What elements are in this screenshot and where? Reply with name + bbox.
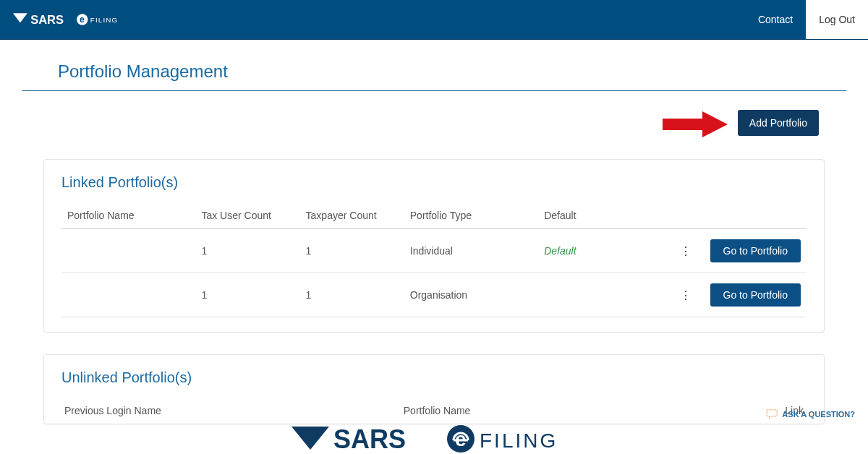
default-badge: Default — [544, 245, 576, 257]
col-prev-login: Previous Login Name — [64, 405, 161, 416]
cell-taxpayer-count: 1 — [300, 273, 404, 317]
ask-question-label: ASK A QUESTION? — [782, 410, 855, 419]
contact-link[interactable]: Contact — [745, 0, 806, 39]
unlinked-heading: Unlinked Portfolio(s) — [61, 369, 807, 386]
col-default: Default — [538, 202, 658, 229]
sars-wing-icon: SARS — [13, 12, 69, 27]
col-tax-user-count: Tax User Count — [195, 202, 299, 229]
logout-link[interactable]: Log Out — [806, 0, 868, 39]
col-portfolio-type: Portfolio Type — [404, 202, 538, 229]
top-bar: SARS e FILING Contact Log Out — [0, 0, 868, 40]
table-row: 1 1 Organisation Go to Portfolio — [61, 273, 807, 317]
page-title: Portfolio Management — [58, 61, 846, 82]
ask-question-link[interactable]: ASK A QUESTION? — [766, 409, 855, 419]
svg-text:FILING: FILING — [480, 429, 558, 452]
linked-table: Portfolio Name Tax User Count Taxpayer C… — [61, 202, 807, 317]
go-to-portfolio-button[interactable]: Go to Portfolio — [710, 239, 801, 262]
table-row: 1 1 Individual Default Go to Portfolio — [61, 229, 807, 273]
footer-brand: SARS e FILING — [292, 424, 576, 454]
svg-marker-6 — [702, 111, 728, 137]
cell-tax-user-count: 1 — [195, 229, 299, 273]
linked-heading: Linked Portfolio(s) — [61, 174, 807, 191]
top-right-nav: Contact Log Out — [745, 0, 868, 39]
efiling-footer-icon: e FILING — [446, 424, 576, 454]
svg-marker-0 — [13, 13, 27, 22]
attention-arrow — [663, 108, 728, 137]
svg-text:e: e — [455, 428, 467, 450]
chat-bubble-icon — [766, 409, 779, 419]
svg-text:SARS: SARS — [30, 13, 64, 26]
page-body: Portfolio Management Add Portfolio Linke… — [0, 40, 868, 454]
cell-type: Individual — [404, 229, 538, 273]
arrow-icon — [663, 110, 728, 139]
cell-taxpayer-count: 1 — [300, 229, 404, 273]
linked-portfolios-card: Linked Portfolio(s) Portfolio Name Tax U… — [43, 159, 825, 333]
more-menu-icon[interactable] — [674, 286, 697, 305]
brand-logo: SARS e FILING — [13, 12, 124, 27]
svg-rect-5 — [663, 119, 702, 130]
sars-footer-icon: SARS — [292, 424, 436, 454]
cell-name — [61, 273, 195, 317]
title-divider — [22, 90, 846, 91]
more-menu-icon[interactable] — [674, 241, 697, 261]
svg-marker-7 — [292, 427, 329, 450]
cell-tax-user-count: 1 — [195, 273, 299, 317]
col-portfolio-name: Portfolio Name — [404, 405, 471, 416]
add-portfolio-button[interactable]: Add Portfolio — [738, 110, 819, 136]
efiling-icon: e FILING — [76, 12, 124, 27]
unlinked-column-headers: Previous Login Name Portfolio Name Link — [61, 398, 807, 416]
svg-text:e: e — [80, 14, 85, 25]
col-taxpayer-count: Taxpayer Count — [300, 202, 404, 229]
svg-text:FILING: FILING — [90, 16, 118, 24]
go-to-portfolio-button[interactable]: Go to Portfolio — [710, 283, 801, 307]
svg-text:SARS: SARS — [333, 424, 406, 454]
unlinked-portfolios-card: Unlinked Portfolio(s) Previous Login Nam… — [43, 354, 825, 424]
cell-name — [61, 229, 195, 273]
col-portfolio-name: Portfolio Name — [61, 202, 195, 229]
actions-row: Add Portfolio — [22, 108, 819, 137]
cell-type: Organisation — [404, 273, 538, 317]
